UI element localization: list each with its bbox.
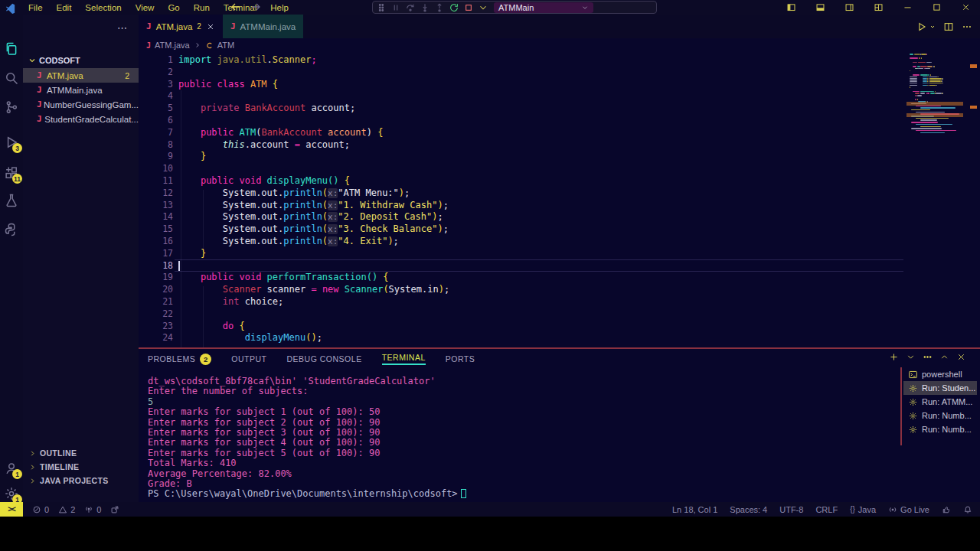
status-errors[interactable]: 0 (32, 505, 49, 514)
ellipsis-icon[interactable] (923, 352, 933, 362)
java-file-icon: J (37, 99, 44, 109)
step-into-icon[interactable] (420, 2, 430, 13)
section-timeline[interactable]: TIMELINE (23, 460, 139, 474)
terminal-instance-powershell[interactable]: powershell (903, 367, 977, 381)
menu-edit[interactable]: Edit (51, 2, 77, 14)
java-file-icon: J (37, 70, 47, 80)
layout-grid-button[interactable] (864, 0, 893, 15)
nav-back-icon[interactable] (230, 1, 242, 13)
breadcrumb-symbol[interactable]: ATM (217, 41, 234, 50)
nav-forward-icon[interactable] (250, 1, 262, 13)
pause-icon[interactable] (390, 2, 401, 13)
menu-view[interactable]: View (130, 2, 160, 14)
file-name: ATMMain.java (47, 86, 103, 95)
file-numberguessinggam-[interactable]: JNumberGuessingGam... (23, 97, 139, 112)
code-content[interactable]: import java.util.Scanner;public class AT… (178, 54, 449, 344)
split-editor-icon[interactable] (943, 21, 954, 32)
stop-icon[interactable] (463, 2, 474, 13)
explorer-sidebar: ⋯ CODSOFT JATM.java2JATMMain.javaJNumber… (23, 15, 139, 502)
status-warnings[interactable]: 2 (58, 505, 75, 514)
activity-source-control[interactable] (0, 96, 23, 119)
close-icon[interactable] (206, 22, 215, 31)
section-java-projects[interactable]: JAVA PROJECTS (23, 474, 139, 487)
menu-file[interactable]: File (23, 2, 48, 14)
terminal-prompt[interactable]: PS C:\Users\wayal\OneDrive\Documents\int… (148, 489, 466, 499)
activity-accounts[interactable]: 1 (0, 457, 23, 480)
activity-search[interactable] (0, 67, 23, 90)
debug-config-dropdown[interactable]: ATMMain (494, 2, 593, 13)
minimap[interactable] (906, 52, 963, 136)
status-launch[interactable] (110, 505, 119, 514)
problems-badge: 2 (125, 71, 129, 80)
bottom-panel: PROBLEMS2OUTPUTDEBUG CONSOLETERMINALPORT… (139, 349, 980, 502)
status-eol[interactable]: CRLF (815, 505, 838, 514)
code-editor[interactable]: 123456789101112131415161718192021222324 … (139, 52, 980, 347)
title-bar: FileEditSelectionViewGoRunTerminalHelp A… (0, 0, 980, 15)
file-studentgradecalculat-[interactable]: JStudentGradeCalculat... (23, 112, 139, 126)
activity-testing[interactable] (0, 189, 23, 212)
status-encoding[interactable]: UTF-8 (779, 505, 803, 514)
status-indentation[interactable]: Spaces: 4 (730, 505, 767, 514)
panel-tab-ports[interactable]: PORTS (446, 354, 475, 364)
layout-right-button[interactable] (835, 0, 864, 15)
minimize-button[interactable] (893, 0, 922, 15)
chevron-up-icon[interactable] (939, 352, 949, 362)
step-out-icon[interactable] (434, 2, 445, 13)
breadcrumb-file[interactable]: ATM.java (155, 41, 190, 50)
maximize-button[interactable] (922, 0, 951, 15)
breadcrumb[interactable]: J ATM.java ATM (139, 38, 980, 52)
terminal-sidebar-border (900, 367, 902, 445)
chevron-down-icon[interactable] (478, 2, 488, 13)
layout-bottom-button[interactable] (805, 0, 835, 15)
folder-name: CODSOFT (39, 56, 80, 65)
menu-help[interactable]: Help (265, 2, 294, 14)
step-over-icon[interactable] (405, 2, 416, 13)
chevron-down-icon[interactable] (906, 352, 916, 362)
activity-python[interactable] (0, 218, 23, 241)
restart-icon[interactable] (449, 2, 459, 13)
status-language-mode[interactable]: {}Java (850, 505, 876, 514)
activity-explorer[interactable] (0, 37, 23, 60)
menu-go[interactable]: Go (162, 2, 185, 14)
panel-tab-output[interactable]: OUTPUT (231, 354, 266, 364)
more-actions-icon[interactable] (962, 21, 972, 32)
terminal-output[interactable]: dt_ws\codsoft_8bf78caf\bin' 'StudentGrad… (148, 377, 466, 500)
activity-run-and-debug[interactable]: 3 (0, 131, 23, 154)
editor-tab-strip: JATM.java2JATMMain.java (139, 15, 980, 38)
panel-tab-terminal[interactable]: TERMINAL (382, 353, 426, 365)
file-atm-java[interactable]: JATM.java2 (23, 68, 139, 83)
plus-icon[interactable] (889, 352, 899, 362)
status-go-live[interactable]: Go Live (888, 505, 929, 514)
views-more-actions-icon[interactable]: ⋯ (117, 22, 128, 34)
run-dropdown-icon[interactable] (929, 24, 936, 30)
status-cursor-position[interactable]: Ln 18, Col 1 (672, 505, 717, 514)
tab-atmmain-java[interactable]: JATMMain.java (223, 15, 303, 38)
panel-tab-problems[interactable]: PROBLEMS2 (148, 354, 211, 365)
remote-indicator[interactable]: >< (0, 502, 23, 517)
section-outline[interactable]: OUTLINE (23, 446, 139, 460)
close-icon[interactable] (956, 352, 966, 362)
layout-left-button[interactable] (776, 0, 805, 15)
terminal-line: Enter marks for subject 4 (out of 100): … (148, 438, 466, 448)
status-feedback[interactable] (942, 505, 951, 514)
terminal-instance-run-atmm-[interactable]: Run: ATMM... (903, 395, 977, 409)
file-atmmain-java[interactable]: JATMMain.java (23, 83, 139, 97)
panel-tabs: PROBLEMS2OUTPUTDEBUG CONSOLETERMINALPORT… (148, 350, 475, 367)
activity-bar: 31111 (0, 15, 23, 502)
menu-selection[interactable]: Selection (80, 2, 126, 14)
status-ports[interactable]: 0 (84, 505, 101, 514)
panel-tab-debug-console[interactable]: DEBUG CONSOLE (287, 354, 362, 364)
extensions-badge: 11 (12, 174, 22, 184)
tab-atm-java[interactable]: JATM.java2 (139, 15, 223, 38)
terminal-instance-run-studen-[interactable]: Run: Studen... (903, 381, 977, 395)
activity-extensions[interactable]: 11 (0, 161, 23, 184)
menu-run[interactable]: Run (188, 2, 215, 14)
close-button[interactable] (951, 0, 980, 15)
terminal-instance-run-numb-[interactable]: Run: Numb... (903, 422, 977, 436)
task-icon (908, 397, 918, 407)
run-java-icon[interactable] (916, 21, 927, 32)
terminal-instance-run-numb-[interactable]: Run: Numb... (903, 409, 977, 422)
status-notifications[interactable] (963, 505, 972, 514)
folder-header-codsoft[interactable]: CODSOFT (28, 56, 80, 65)
panel-actions (889, 352, 966, 362)
